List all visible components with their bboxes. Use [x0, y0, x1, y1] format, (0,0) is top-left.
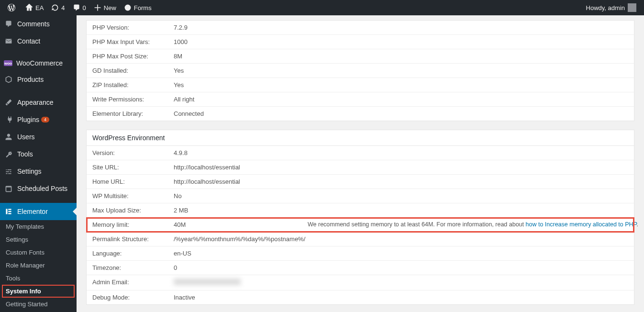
svg-rect-2 [8, 209, 11, 210]
submenu-getting-started[interactable]: Getting Started [0, 298, 77, 311]
info-row: Write Permissions:All right [87, 92, 634, 107]
comment-icon [4, 19, 13, 29]
info-label: WP Multisite: [92, 192, 174, 200]
elementor-icon [4, 207, 13, 216]
svg-rect-1 [6, 209, 7, 214]
info-value: Yes [174, 67, 308, 74]
info-label: Elementor Library: [92, 110, 174, 117]
info-row: PHP Max Input Vars:1000 [87, 35, 634, 49]
menu-label: Users [17, 133, 35, 141]
updates-link[interactable]: 4 [47, 0, 68, 15]
info-label: Max Upload Size: [92, 207, 174, 214]
info-row: Timezone:0 [87, 261, 634, 275]
plug-icon [4, 115, 13, 124]
memory-help-link[interactable]: how to Increase memory allocated to PHP [526, 221, 637, 228]
mail-icon [4, 36, 13, 46]
submenu-tools[interactable]: Tools [0, 272, 77, 285]
info-label: PHP Max Post Size: [92, 53, 174, 60]
info-row: Debug Mode:Inactive [87, 290, 634, 304]
menu-label: Elementor [17, 208, 48, 215]
comments-link[interactable]: 0 [69, 0, 90, 15]
site-name-link[interactable]: EA [22, 0, 47, 15]
info-label: Debug Mode: [92, 294, 174, 301]
info-label: Write Permissions: [92, 96, 174, 103]
info-value: en-US [174, 250, 308, 257]
home-icon [25, 4, 33, 11]
server-env-panel: PHP Version:7.2.9PHP Max Input Vars:1000… [86, 20, 634, 121]
info-row: Elementor Library:Connected [87, 107, 634, 121]
my-account-link[interactable]: Howdy, admin [582, 0, 640, 15]
menu-scheduled-posts[interactable]: Scheduled Posts [0, 180, 77, 197]
info-value: http://localhost/essential [174, 164, 308, 171]
submenu-system-info[interactable]: System Info [2, 285, 75, 298]
menu-label: Tools [17, 150, 33, 158]
info-row: Version:4.9.8 [87, 146, 634, 160]
menu-label: Settings [17, 167, 42, 175]
info-value [174, 279, 308, 287]
sliders-icon [4, 167, 13, 176]
submenu-role-manager[interactable]: Role Manager [0, 259, 77, 272]
user-icon [4, 132, 13, 142]
plugins-badge: 4 [41, 117, 49, 123]
info-label: PHP Max Input Vars: [92, 38, 174, 45]
submenu-custom-fonts[interactable]: Custom Fonts [0, 246, 77, 259]
woocommerce-icon: woo [4, 60, 12, 66]
info-label: Home URL: [92, 178, 174, 185]
info-note: We recommend setting memory to at least … [308, 221, 638, 228]
menu-products[interactable]: Products [0, 71, 77, 88]
menu-tools[interactable]: Tools [0, 145, 77, 163]
comment-icon [73, 4, 80, 11]
menu-woocommerce[interactable]: woo WooCommerce [0, 56, 77, 71]
submenu-settings[interactable]: Settings [0, 233, 77, 246]
menu-plugins[interactable]: Plugins 4 [0, 111, 77, 128]
wordpress-icon [8, 4, 15, 11]
menu-label: WooCommerce [16, 59, 63, 67]
info-row: Permalink Structure:/%year%/%monthnum%/%… [87, 232, 634, 246]
menu-label: Comments [17, 20, 50, 28]
menu-users[interactable]: Users [0, 128, 77, 145]
info-value: 4.9.8 [174, 149, 308, 156]
new-content-link[interactable]: New [90, 0, 120, 15]
main-content: PHP Version:7.2.9PHP Max Input Vars:1000… [77, 15, 644, 312]
submenu-my-templates[interactable]: My Templates [0, 220, 77, 233]
info-row: GD Installed:Yes [87, 64, 634, 78]
info-value: 1000 [174, 38, 308, 45]
menu-label: Products [17, 76, 44, 83]
menu-label: Contact [17, 37, 40, 45]
menu-comments[interactable]: Comments [0, 15, 77, 33]
info-row: WP Multisite:No [87, 189, 634, 203]
info-row: Site URL:http://localhost/essential [87, 160, 634, 175]
svg-point-0 [124, 5, 131, 11]
wp-logo[interactable] [4, 0, 22, 15]
info-label: Memory limit: [92, 221, 174, 228]
menu-label: Plugins [17, 116, 39, 123]
menu-label: Appearance [17, 99, 54, 106]
wrench-icon [4, 149, 13, 159]
forms-link[interactable]: Forms [120, 0, 155, 15]
info-value: 40M [174, 221, 308, 228]
menu-contact[interactable]: Contact [0, 33, 77, 50]
info-value: Connected [174, 110, 308, 117]
forms-icon [124, 4, 132, 11]
menu-appearance[interactable]: Appearance [0, 94, 77, 111]
info-value: No [174, 192, 308, 200]
info-value: 0 [174, 264, 308, 271]
info-label: ZIP Installed: [92, 81, 174, 89]
update-count: 4 [61, 4, 65, 11]
menu-settings[interactable]: Settings [0, 163, 77, 180]
info-row: Admin Email: [87, 275, 634, 290]
menu-elementor[interactable]: Elementor [0, 203, 77, 220]
admin-sidebar: Comments Contact woo WooCommerce Product… [0, 15, 77, 312]
info-row: Language:en-US [87, 246, 634, 261]
calendar-icon [4, 184, 13, 193]
info-row: PHP Version:7.2.9 [87, 21, 634, 35]
greeting-label: Howdy, admin [586, 4, 625, 11]
panel-heading: WordPress Environment [87, 130, 634, 146]
comment-count: 0 [83, 4, 86, 11]
site-name-label: EA [35, 4, 44, 11]
info-row: ZIP Installed:Yes [87, 78, 634, 92]
plus-icon [94, 4, 101, 11]
info-label: Version: [92, 149, 174, 156]
info-row: Max Upload Size:2 MB [87, 203, 634, 218]
refresh-icon [51, 4, 59, 11]
